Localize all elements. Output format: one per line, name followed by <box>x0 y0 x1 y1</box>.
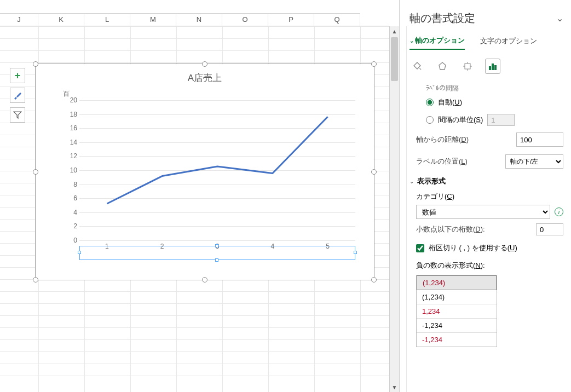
funnel-icon <box>13 111 22 119</box>
number-format-section-header[interactable]: ⌄ 表示形式 <box>409 176 563 186</box>
category-label: カテゴリ(C) <box>416 192 563 201</box>
resize-handle[interactable] <box>371 169 377 175</box>
format-axis-pane: 軸の書式設定 ⌄ ⌄軸のオプション 文字のオプション ﾗﾍﾞﾙの間隔 自動(U)… <box>399 0 571 392</box>
axis-option-category-icons <box>409 59 563 74</box>
radio-auto-interval[interactable]: 自動(U) <box>426 97 563 107</box>
chevron-down-icon: ⌄ <box>409 38 414 44</box>
col-header[interactable]: K <box>38 13 84 26</box>
distance-from-axis-input[interactable] <box>516 132 563 147</box>
data-series-line[interactable] <box>79 100 355 376</box>
scroll-down-arrow-icon[interactable]: ▼ <box>390 382 399 392</box>
decimal-places-input[interactable] <box>536 223 563 235</box>
col-header[interactable]: P <box>268 13 314 26</box>
label-position-select[interactable]: 軸の下/左 <box>505 154 563 169</box>
radio-interval[interactable] <box>426 116 434 124</box>
radio-auto[interactable] <box>426 99 434 106</box>
column-headers-row: J K L M N O P Q <box>0 13 389 26</box>
svg-rect-3 <box>492 64 494 70</box>
resize-handle[interactable] <box>371 61 377 67</box>
chart-mini-toolbar <box>10 68 25 123</box>
scroll-up-arrow-icon[interactable]: ▲ <box>390 26 399 36</box>
thousands-separator-checkbox[interactable] <box>416 244 424 252</box>
negative-format-option[interactable]: -1,234 <box>417 333 497 347</box>
col-header[interactable]: N <box>176 13 222 26</box>
interval-input <box>487 114 515 126</box>
axis-options-icon[interactable] <box>485 59 500 74</box>
chevron-down-icon: ⌄ <box>409 178 414 185</box>
spreadsheet-pane: J K L M N O P Q A店売上 <box>0 0 389 392</box>
display-unit-label[interactable]: 百 <box>63 89 70 99</box>
plus-icon <box>15 70 21 82</box>
distance-from-axis-label: 軸からの距離(D) <box>416 135 511 145</box>
grid-area[interactable]: A店売上 百 02468101214161820 12345 <box>0 26 389 392</box>
fill-line-icon[interactable] <box>409 59 425 74</box>
svg-rect-2 <box>489 66 491 70</box>
negative-format-option[interactable]: (1,234) <box>417 275 497 290</box>
col-header[interactable]: O <box>222 13 268 26</box>
label-interval-heading: ﾗﾍﾞﾙの間隔 <box>426 84 563 93</box>
pane-title: 軸の書式設定 <box>409 11 475 26</box>
tab-text-options[interactable]: 文字のオプション <box>480 36 537 49</box>
axis-sel-handle[interactable] <box>78 251 81 254</box>
size-properties-icon[interactable] <box>460 59 475 74</box>
negative-format-option[interactable]: -1,234 <box>417 319 497 333</box>
scrollbar-thumb[interactable] <box>391 37 398 81</box>
col-header[interactable]: L <box>84 13 130 26</box>
plot-area[interactable]: 02468101214161820 12345 <box>79 100 355 240</box>
col-header[interactable]: Q <box>314 13 360 26</box>
category-axis-selection[interactable] <box>79 246 355 260</box>
tab-axis-options[interactable]: ⌄軸のオプション <box>409 36 465 50</box>
col-header[interactable]: M <box>130 13 176 26</box>
category-select[interactable]: 数値 <box>416 205 550 219</box>
label-position-label: ラベルの位置(L) <box>416 157 500 166</box>
negative-format-option[interactable]: 1,234 <box>417 304 497 319</box>
decimal-places-label: 小数点以下の桁数(D): <box>416 224 530 234</box>
resize-handle[interactable] <box>33 169 38 175</box>
resize-handle[interactable] <box>371 277 377 283</box>
svg-rect-1 <box>465 64 470 69</box>
axis-sel-handle[interactable] <box>215 258 218 262</box>
chart-styles-button[interactable] <box>10 88 25 103</box>
effects-icon[interactable] <box>435 59 450 74</box>
negative-format-list[interactable]: (1,234) (1,234) 1,234 -1,234 -1,234 <box>416 275 497 347</box>
resize-handle[interactable] <box>33 61 38 67</box>
axis-sel-handle[interactable] <box>354 251 357 254</box>
chart-title[interactable]: A店売上 <box>36 72 374 84</box>
negative-format-label: 負の数の表示形式(N): <box>416 261 563 270</box>
resize-handle[interactable] <box>202 61 207 67</box>
chart-object[interactable]: A店売上 百 02468101214161820 12345 <box>35 64 374 280</box>
axis-sel-handle[interactable] <box>215 244 218 247</box>
negative-format-option[interactable]: (1,234) <box>417 290 497 304</box>
thousands-separator-label: 桁区切り ( , ) を使用する(U) <box>429 243 517 253</box>
vertical-scrollbar[interactable]: ▲ ▼ <box>389 26 399 392</box>
paintbrush-icon <box>13 91 22 100</box>
svg-marker-0 <box>439 62 446 70</box>
chart-add-element-button[interactable] <box>10 68 25 83</box>
chart-filter-button[interactable] <box>10 107 25 123</box>
info-icon[interactable]: i <box>555 207 563 216</box>
col-header[interactable]: J <box>0 13 38 26</box>
option-tabs: ⌄軸のオプション 文字のオプション <box>409 36 563 50</box>
svg-rect-4 <box>494 65 497 70</box>
radio-specify-interval[interactable]: 間隔の単位(S) <box>426 114 563 126</box>
resize-handle[interactable] <box>33 277 38 283</box>
chevron-down-icon[interactable]: ⌄ <box>556 13 563 24</box>
